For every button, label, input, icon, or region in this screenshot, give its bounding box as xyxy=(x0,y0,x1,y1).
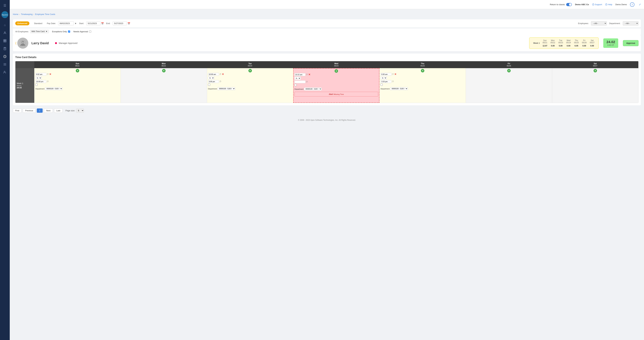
home-icon[interactable]: ⌂ xyxy=(2,22,8,28)
breadcrumb-home[interactable]: Home xyxy=(13,13,18,16)
thu-add-button[interactable]: + xyxy=(421,69,424,72)
thu-in-clock-icon[interactable]: ⏱ xyxy=(392,73,394,75)
sun-out-clock-icon[interactable]: ⏱ xyxy=(47,80,49,83)
department-select[interactable]: --All-- xyxy=(623,21,638,26)
tue-dept-select[interactable]: 00000100 - 5183 I xyxy=(218,87,235,90)
svg-point-14 xyxy=(4,71,5,72)
with-time-dropdown[interactable]: With Time Card: ▼ xyxy=(30,30,49,33)
expand-icon[interactable]: ⤢ xyxy=(639,3,641,6)
tue-note-checkbox[interactable] xyxy=(208,84,210,86)
exceptions-only-checkbox[interactable] xyxy=(68,31,70,33)
enhanced-tab[interactable]: Enhanced xyxy=(15,22,30,25)
wed-in-clock-icon[interactable]: ⏱ xyxy=(306,74,308,76)
mon-add-button[interactable]: + xyxy=(162,69,166,72)
sun-in-time[interactable] xyxy=(36,73,46,76)
clock-icon[interactable] xyxy=(2,53,8,60)
sat-add-button[interactable]: + xyxy=(594,69,597,72)
employees-select[interactable]: --All-- xyxy=(591,21,607,26)
tue-out-time[interactable] xyxy=(208,80,219,83)
page-size-select[interactable]: 5 10 25 xyxy=(76,109,84,113)
wed-remove-button[interactable]: ✕ xyxy=(308,73,310,76)
main-content: Home › Timekeeping › Employee Time Cards… xyxy=(10,0,644,340)
thu-out-row: ⏱ xyxy=(380,80,465,83)
svg-rect-4 xyxy=(5,40,6,41)
return-to-classic[interactable]: Return to classic xyxy=(550,3,572,6)
sun-add-button[interactable]: + xyxy=(76,69,79,72)
sun-type-select[interactable]: In xyxy=(36,76,42,79)
sun-note-checkbox[interactable] xyxy=(36,84,38,86)
start-calendar-icon[interactable]: 📅 xyxy=(101,22,104,25)
sat-hours: 0.00 xyxy=(588,44,596,47)
tue-in-clock-icon[interactable]: ⏱ xyxy=(220,73,222,75)
footer: © 2009 - 2023 Apex Software Technologies… xyxy=(13,116,641,124)
start-input[interactable] xyxy=(86,22,100,25)
first-button[interactable]: First xyxy=(13,108,22,113)
wed-add-button[interactable]: + xyxy=(334,69,338,73)
pay-date-input[interactable] xyxy=(58,22,74,25)
wed-note-checkbox[interactable] xyxy=(294,84,297,86)
tue-out-clock-icon[interactable]: ⏱ xyxy=(220,80,222,83)
classic-toggle[interactable] xyxy=(566,3,572,6)
tue-dept-row: Department 00000100 - 5183 I xyxy=(208,87,292,90)
status-text: Manager Approved xyxy=(59,42,77,44)
hamburger-icon[interactable]: ☰ xyxy=(2,2,8,9)
wed-entry: ⏱ ✕ In ⏱ xyxy=(294,68,379,98)
sun-out-time[interactable] xyxy=(36,80,46,83)
thu-in-time[interactable] xyxy=(380,73,392,76)
people-icon[interactable] xyxy=(2,30,8,36)
support-link[interactable]: Support xyxy=(592,3,602,6)
wed-out-clock-icon[interactable]: ⏱ xyxy=(306,81,308,83)
wed-type-select[interactable]: In xyxy=(294,77,301,80)
previous-button[interactable]: Previous xyxy=(23,108,36,113)
thu-remove-button[interactable]: ✕ xyxy=(394,73,396,76)
employee-expand-icon[interactable]: ⟨ xyxy=(15,41,16,45)
help-link[interactable]: Help xyxy=(605,3,612,6)
sun-dept-select[interactable]: 00000100 - 5183 I xyxy=(45,87,62,90)
tue-remove-button[interactable]: ✕ xyxy=(222,73,224,76)
timecard-grid: Sun05/21 Mon05/22 Tue05/23 Wed05/24 Thu0… xyxy=(15,61,638,103)
user-add-icon[interactable] xyxy=(2,69,8,75)
standard-tab[interactable]: Standard xyxy=(32,22,44,25)
thu-dept-select[interactable]: 00000100 - 5183 I xyxy=(390,87,408,90)
wed-out-time[interactable] xyxy=(294,80,306,83)
exceptions-only-label[interactable]: Exceptions Only: xyxy=(52,30,70,33)
info-icon[interactable]: i xyxy=(630,2,634,7)
fri-add-button[interactable]: + xyxy=(507,69,511,72)
wed-in-row: ⏱ ✕ xyxy=(294,73,378,76)
all-employees-label: All Employees: xyxy=(15,30,29,33)
end-input[interactable] xyxy=(113,22,127,25)
needs-approval-label[interactable]: Needs Approval: xyxy=(73,30,91,33)
tue-in-time[interactable] xyxy=(208,73,219,76)
list-icon[interactable] xyxy=(2,61,8,68)
svg-rect-3 xyxy=(4,40,5,41)
total-hours-box: 24.02 0.00 OT xyxy=(603,38,618,48)
tue-type-select[interactable]: In xyxy=(208,76,214,79)
user-menu[interactable]: Demo Demo xyxy=(616,3,627,6)
tue-in-row: ⏱ ✕ xyxy=(208,73,292,76)
thu-note-checkbox[interactable] xyxy=(380,84,383,86)
wed-dept-select[interactable]: 00000100 - 5183 I xyxy=(304,88,322,91)
wed-in-time[interactable] xyxy=(294,73,306,76)
pay-date-dropdown[interactable]: ▼ xyxy=(74,22,77,25)
next-button[interactable]: Next xyxy=(44,108,53,113)
sun-in-clock-icon[interactable]: ⏱ xyxy=(47,73,49,75)
breadcrumb-timekeeping[interactable]: Timekeeping xyxy=(21,13,32,16)
needs-approval-checkbox[interactable] xyxy=(89,31,91,33)
dashboard-icon[interactable] xyxy=(2,38,8,44)
tue-hours: 5.00 xyxy=(557,44,564,47)
thu-type-select[interactable]: In xyxy=(380,76,387,79)
end-calendar-icon[interactable]: 📅 xyxy=(128,22,130,25)
week1-label: Week 1: xyxy=(17,82,33,85)
sun-remove-button[interactable]: ✕ xyxy=(49,73,51,76)
exceptions-only-text: Exceptions Only: xyxy=(52,30,68,33)
end-label: End: xyxy=(106,22,110,25)
sun-out-row: ⏱ xyxy=(36,80,120,83)
approve-button[interactable]: Approve xyxy=(623,40,638,46)
breadcrumb-current: Employee Time Cards xyxy=(35,13,55,16)
page-1-button[interactable]: 1 xyxy=(37,108,42,113)
clipboard-icon[interactable] xyxy=(2,46,8,52)
thu-out-clock-icon[interactable]: ⏱ xyxy=(392,80,394,83)
last-button[interactable]: Last xyxy=(54,108,63,113)
thu-out-time[interactable] xyxy=(380,80,392,83)
tue-add-button[interactable]: + xyxy=(248,69,252,72)
